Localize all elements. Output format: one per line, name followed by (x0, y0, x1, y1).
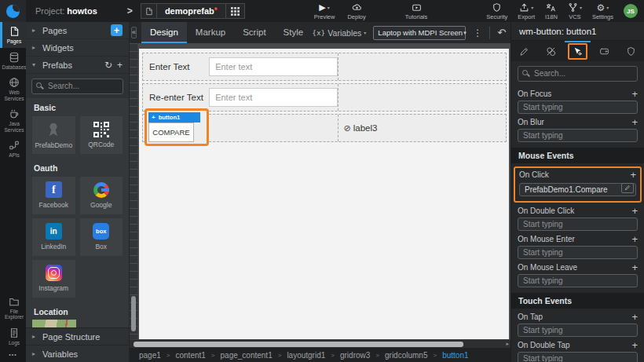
edit-action-button[interactable] (621, 183, 634, 193)
on-double-tap-input[interactable] (518, 352, 638, 362)
tab-security[interactable] (617, 41, 644, 61)
add-page-button[interactable]: + (111, 24, 123, 36)
accordion-page-structure[interactable]: ▸ Page Structure (26, 327, 129, 345)
export-button[interactable]: ▾ Export (518, 2, 535, 20)
vcs-button[interactable]: ▾ VCS (568, 2, 582, 20)
event-on-blur: On Blur+ (518, 117, 638, 142)
video-icon (412, 2, 422, 13)
breadcrumb-button1[interactable]: button1 (442, 351, 468, 360)
i18n-button[interactable]: I18N (545, 2, 558, 20)
device-select[interactable]: Laptop with MDPI Screen ▼ (373, 26, 466, 40)
tab-markup[interactable]: Markup (187, 22, 234, 43)
on-mouse-enter-input[interactable] (518, 246, 638, 259)
breadcrumb-gridrow3[interactable]: gridrow3 (340, 351, 370, 360)
grid-row-3[interactable]: + button1 COMPARE ⊘ label3 (142, 114, 507, 142)
on-blur-input[interactable] (518, 129, 638, 142)
grid-row-1[interactable]: Enter Text (142, 53, 507, 81)
preview-button[interactable]: ▶▾ Preview (314, 2, 335, 20)
label3-widget[interactable]: ⊘ label3 (343, 123, 377, 133)
text-input-2[interactable] (209, 88, 338, 107)
events-search-input[interactable] (518, 66, 638, 82)
add-action-icon[interactable]: + (631, 206, 638, 216)
tab-styles[interactable] (538, 41, 565, 61)
add-prefab-icon[interactable]: + (117, 60, 123, 71)
folder-icon (9, 296, 20, 307)
page-canvas[interactable]: Enter Text Re-enter Text (139, 49, 509, 339)
on-tap-input[interactable] (518, 324, 638, 337)
selected-widget-title: wm-button: button1 (511, 22, 644, 41)
add-action-icon[interactable]: + (630, 170, 636, 180)
prefab-tile-qrcode[interactable]: QRCode (80, 116, 123, 154)
group-mouse-events: Mouse Events (511, 148, 644, 163)
tab-properties[interactable] (511, 41, 538, 61)
accordion-variables[interactable]: ▸ Variables (26, 345, 129, 362)
rail-item-logs[interactable]: Logs (0, 324, 26, 349)
prefab-tile-facebook[interactable]: f Facebook (32, 177, 75, 214)
tutorials-button[interactable]: Tutorials (405, 2, 427, 20)
rail-item-web-services[interactable]: Web Services (0, 73, 26, 104)
variables-button[interactable]: {x} Variables ▾ (312, 28, 366, 38)
add-action-icon[interactable]: + (631, 312, 638, 322)
linkedin-icon: in (46, 223, 62, 240)
text-input-1[interactable] (209, 57, 338, 76)
add-action-icon[interactable]: + (631, 117, 638, 127)
accordion-prefabs[interactable]: ▾ Prefabs ↻ + (26, 57, 129, 74)
tab-script[interactable]: Script (234, 22, 274, 43)
add-action-icon[interactable]: + (631, 262, 638, 272)
page-tab-demoprefab[interactable]: demoprefab* (141, 3, 245, 19)
settings-button[interactable]: ⚙▾ Settings (592, 2, 613, 20)
add-action-icon[interactable]: + (631, 340, 638, 350)
accordion-widgets[interactable]: ▸ Widgets (26, 39, 129, 57)
prefab-tile-linkedin[interactable]: in LinkedIn (32, 218, 75, 256)
prefab-tile-google[interactable]: Google (80, 177, 123, 214)
accordion-pages[interactable]: ▸ Pages + (26, 22, 129, 39)
security-button[interactable]: Security (486, 2, 507, 20)
tab-device[interactable] (591, 41, 617, 61)
collapse-left-panel-button[interactable]: « (131, 27, 137, 38)
rail-item-apis[interactable]: APIs (0, 136, 26, 162)
breadcrumb-page-content1[interactable]: page_content1 (221, 351, 273, 360)
horizontal-scrollbar[interactable]: ▸ (130, 339, 510, 348)
rail-item-java-services[interactable]: Java Services (0, 104, 26, 136)
event-on-tap: On Tap+ (518, 312, 638, 337)
breadcrumb-layoutgrid1[interactable]: layoutgrid1 (287, 351, 325, 360)
tab-events[interactable] (565, 41, 591, 61)
breadcrumb-gridcolumn5[interactable]: gridcolumn5 (385, 351, 427, 360)
widget-selection-bar[interactable]: + button1 (148, 112, 200, 122)
topbar-right-actions: Security ▾ Export I18N ▾ VCS ⚙▾ Settings… (486, 2, 644, 20)
compare-button[interactable]: COMPARE (148, 122, 194, 142)
rail-item-file-explorer[interactable]: File Explorer (0, 292, 26, 324)
deploy-button[interactable]: Deploy (347, 2, 365, 20)
tab-design[interactable]: Design (141, 22, 187, 43)
vertical-scrollbar-thumb[interactable] (131, 296, 136, 331)
rail-item-databases[interactable]: Databases (0, 48, 26, 74)
prefab-tile-instagram[interactable]: Instagram (32, 260, 75, 298)
add-action-icon[interactable]: + (631, 234, 638, 244)
prefab-tile-box[interactable]: box Box (80, 218, 123, 256)
tab-style[interactable]: Style (275, 22, 313, 43)
breadcrumb-content1[interactable]: content1 (175, 351, 205, 360)
active-tab-highlight (568, 43, 587, 60)
prefab-search-input[interactable] (31, 79, 123, 94)
kebab-menu-icon[interactable]: ⋮ (473, 27, 482, 38)
on-mouse-leave-input[interactable] (518, 274, 638, 287)
widget-name: button1 (159, 114, 181, 121)
refresh-icon[interactable]: ↻ (104, 60, 112, 71)
more-options-icon[interactable]: ••• (0, 349, 26, 362)
grid-view-icon[interactable] (225, 4, 244, 18)
user-avatar[interactable]: JS (624, 4, 638, 18)
on-focus-input[interactable] (518, 101, 638, 114)
scroll-right-arrow[interactable]: ▸ (506, 341, 509, 347)
prefab-tile-prefabdemo[interactable]: PrefabDemo (32, 116, 75, 154)
map-tile[interactable] (32, 320, 76, 328)
on-double-click-input[interactable] (518, 218, 638, 231)
grid-row-2[interactable]: Re-enter Text (142, 83, 507, 112)
breadcrumb-page1[interactable]: page1 (139, 351, 161, 360)
wavemaker-logo[interactable] (0, 0, 26, 22)
undo-icon[interactable]: ↶ (497, 27, 506, 38)
add-action-icon[interactable]: + (631, 89, 638, 99)
horizontal-scrollbar-thumb[interactable] (134, 342, 463, 347)
rail-item-pages[interactable]: Pages (0, 22, 26, 48)
on-click-input[interactable] (519, 183, 636, 196)
api-icon (9, 140, 20, 151)
